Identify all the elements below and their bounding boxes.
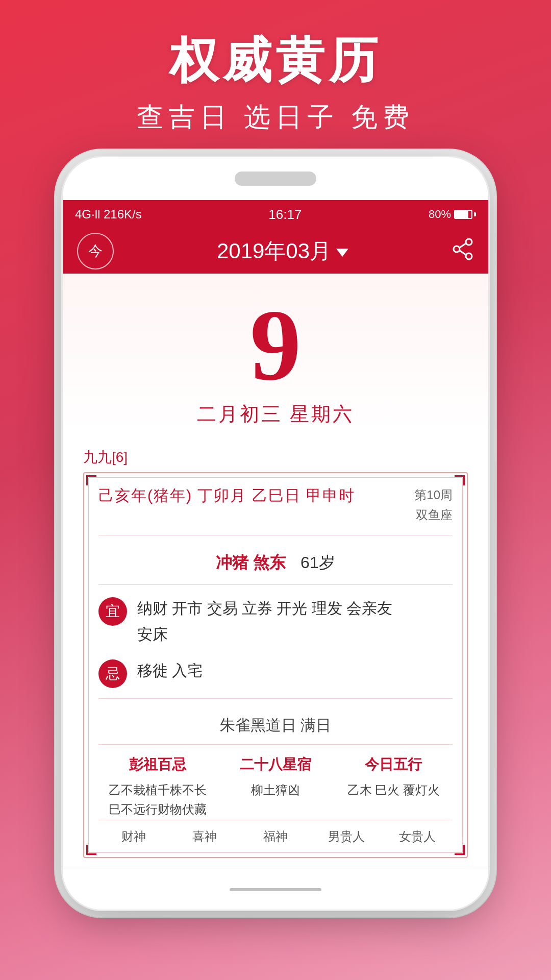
yi-badge: 宜 [98, 597, 127, 626]
svg-point-2 [466, 253, 472, 259]
share-button[interactable] [452, 238, 474, 265]
pengzu-content: 乙不栽植千株不长 巳不远行财物伏藏 [98, 780, 216, 820]
share-icon [452, 238, 474, 260]
battery-body [454, 210, 472, 219]
god-label: 女贵人 [382, 828, 453, 845]
promo-subtitle: 查吉日 选日子 免费 [0, 100, 551, 135]
status-battery: 80% [429, 208, 476, 221]
month-selector[interactable]: 2019年03月 [217, 237, 348, 265]
ji-badge: 忌 [98, 659, 127, 688]
phone-mockup: 4G·ll 216K/s 16:17 80% 今 2019年03月 [61, 156, 490, 911]
svg-line-3 [460, 243, 466, 248]
phone-speaker [235, 172, 316, 186]
god-label: 男贵人 [311, 828, 382, 845]
promo-area: 权威黄历 查吉日 选日子 免费 [0, 0, 551, 156]
status-time: 16:17 [268, 207, 302, 223]
yi-text: 纳财 开市 交易 立券 开光 理发 会亲友 安床 [137, 595, 453, 647]
three-columns: 彭祖百忌 乙不栽植千株不长 巳不远行财物伏藏 二十八星宿 柳土獐凶 今日五行 乙… [98, 755, 453, 820]
wuxing-col: 今日五行 乙木 巳火 覆灯火 [335, 755, 453, 820]
stars-col: 二十八星宿 柳土獐凶 [216, 755, 334, 820]
corner-bl-decoration [86, 845, 96, 855]
battery-tip [474, 212, 476, 216]
traditional-calendar-card: 己亥年(猪年) 丁卯月 乙巳日 甲申时 第10周 双鱼座 冲猪 煞东 61岁 宜 [83, 472, 468, 858]
app-header: 今 2019年03月 [63, 229, 488, 274]
home-indicator [230, 888, 321, 891]
battery-icon [454, 210, 476, 219]
calendar-detail: 九九[6] 己亥年(猪年) 丁卯月 乙巳日 甲申时 第10周 双鱼座 冲 [63, 448, 488, 858]
jiujiu-label: 九九[6] [83, 448, 468, 467]
god-label: 财神 [98, 828, 169, 845]
svg-point-0 [466, 239, 472, 245]
divider-1 [98, 698, 453, 699]
god-label: 福神 [240, 828, 311, 845]
pengzu-col: 彭祖百忌 乙不栽植千株不长 巳不远行财物伏藏 [98, 755, 216, 820]
lunar-date: 二月初三 星期六 [63, 401, 488, 427]
promo-title: 权威黄历 [0, 31, 551, 89]
god-label: 喜神 [169, 828, 240, 845]
pengzu-header: 彭祖百忌 [98, 755, 216, 774]
wuxing-header: 今日五行 [335, 755, 453, 774]
stars-header: 二十八星宿 [216, 755, 334, 774]
corner-tl-decoration [86, 475, 96, 485]
status-signal: 4G·ll 216K/s [75, 207, 142, 222]
date-display: 9 二月初三 星期六 [63, 274, 488, 437]
corner-tr-decoration [455, 475, 465, 485]
big-date-number: 9 [63, 294, 488, 396]
ganzhi-row: 己亥年(猪年) 丁卯月 乙巳日 甲申时 第10周 双鱼座 [98, 485, 453, 535]
today-button[interactable]: 今 [77, 233, 114, 270]
week-zodiac: 第10周 双鱼座 [414, 485, 453, 525]
ji-row: 忌 移徙 入宅 [98, 657, 453, 688]
yi-row: 宜 纳财 开市 交易 立券 开光 理发 会亲友 安床 [98, 595, 453, 647]
five-gods-row: 财神喜神福神男贵人女贵人 [98, 820, 453, 845]
svg-line-4 [460, 251, 466, 255]
ganzhi-text: 己亥年(猪年) 丁卯月 乙巳日 甲申时 [98, 485, 355, 506]
battery-fill [455, 211, 468, 218]
corner-br-decoration [455, 845, 465, 855]
special-days: 朱雀黑道日 满日 [98, 707, 453, 745]
chong-row: 冲猪 煞东 61岁 [98, 546, 453, 585]
wuxing-content: 乙木 巳火 覆灯火 [335, 780, 453, 800]
status-bar: 4G·ll 216K/s 16:17 80% [63, 200, 488, 229]
bottom-bar [63, 869, 488, 910]
svg-point-1 [454, 246, 460, 252]
stars-content: 柳土獐凶 [216, 780, 334, 800]
main-content: 9 二月初三 星期六 九九[6] 己亥年(猪年) 丁卯月 乙巳日 甲申时 第10… [63, 274, 488, 858]
dropdown-arrow-icon [336, 249, 348, 257]
ji-text: 移徙 入宅 [137, 657, 453, 683]
